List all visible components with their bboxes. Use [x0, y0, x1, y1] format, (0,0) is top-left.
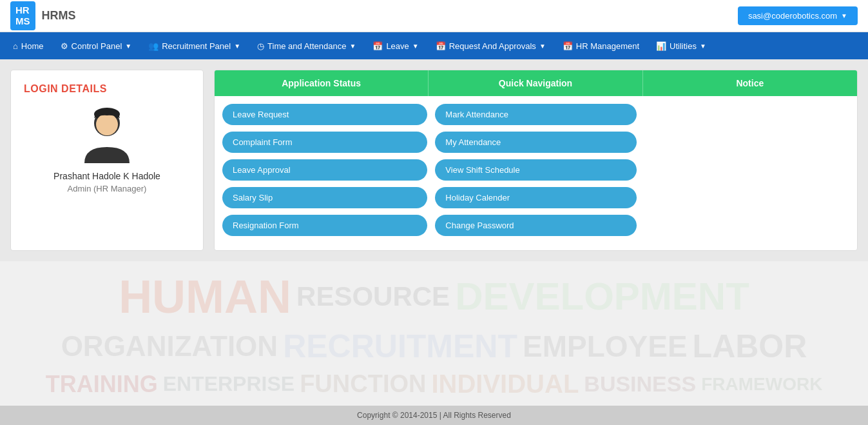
change-password-btn[interactable]: Change Password: [435, 215, 636, 236]
panel-header-row: Application Status Quick Navigation Noti…: [215, 70, 857, 96]
holiday-calender-btn[interactable]: Holiday Calender: [435, 187, 636, 208]
login-title: LOGIN DETAILS: [24, 83, 107, 95]
panel-body: Leave Request Complaint Form Leave Appro…: [215, 96, 857, 250]
wordcloud-word: ORGANIZATION: [59, 328, 281, 365]
nav-control-panel[interactable]: ⚙ Control Panel ▼: [53, 32, 140, 59]
logo: HRMS: [10, 1, 35, 30]
my-attendance-btn[interactable]: My Attendance: [435, 132, 636, 153]
wordcloud-word: INDIVIDUAL: [429, 367, 581, 400]
caret-icon-5: ▼: [539, 43, 546, 50]
approvals-icon: 📅: [436, 41, 446, 51]
top-header: HRMS HRMS sasi@coderobotics.com: [0, 0, 868, 32]
nav-time-attendance[interactable]: ◷ Time and Attendance ▼: [249, 32, 363, 59]
wordcloud-word: FRAMEWORK: [699, 372, 825, 397]
wordcloud-word: ENTERPRISE: [160, 370, 297, 397]
nav-leave[interactable]: 📅 Leave ▼: [365, 32, 426, 59]
wordcloud-word: RESOURCE: [294, 279, 452, 314]
caret-icon-2: ▼: [234, 43, 240, 50]
nav-home[interactable]: ⌂ Home: [5, 32, 52, 59]
caret-icon: ▼: [125, 43, 131, 50]
wordcloud-word: BUSINESS: [581, 370, 699, 399]
caret-icon-6: ▼: [700, 43, 706, 50]
caret-icon-3: ▼: [349, 43, 356, 50]
user-role: Admin (HR Manager): [68, 184, 147, 193]
footer-text: Copyright © 2014-2015 | All Rights Reser…: [357, 411, 511, 420]
wordcloud-background: HUMANRESOURCEDEVELOPMENTORGANIZATIONRECR…: [0, 261, 868, 425]
user-name: Prashant Hadole K Hadole: [53, 171, 160, 181]
dashboard-panel: Application Status Quick Navigation Noti…: [214, 70, 858, 251]
login-card: LOGIN DETAILS Prashant Hadole K Hadole A…: [10, 70, 204, 251]
col-header-quick-navigation: Quick Navigation: [429, 70, 642, 96]
notice-col: [641, 104, 849, 242]
col-header-application-status: Application Status: [215, 70, 429, 96]
recruitment-icon: 👥: [148, 41, 159, 51]
caret-icon-4: ▼: [412, 43, 419, 50]
svg-point-2: [96, 114, 118, 135]
wordcloud-word: FUNCTION: [297, 368, 429, 400]
utilities-icon: 📊: [656, 41, 666, 51]
avatar: [78, 105, 136, 163]
footer: Copyright © 2014-2015 | All Rights Reser…: [0, 406, 868, 425]
user-dropdown-button[interactable]: sasi@coderobotics.com: [738, 6, 858, 25]
main-content: LOGIN DETAILS Prashant Hadole K Hadole A…: [0, 59, 868, 261]
hr-icon: 📅: [563, 41, 573, 51]
gear-icon: ⚙: [61, 41, 68, 51]
navbar: ⌂ Home ⚙ Control Panel ▼ 👥 Recruitment P…: [0, 32, 868, 59]
wordcloud-word: DEVELOPMENT: [452, 272, 752, 321]
leave-approval-btn[interactable]: Leave Approval: [222, 159, 427, 181]
calendar-icon: 📅: [372, 41, 383, 51]
resignation-form-btn[interactable]: Resignation Form: [222, 215, 427, 236]
application-status-col: Leave Request Complaint Form Leave Appro…: [222, 104, 431, 242]
mark-attendance-btn[interactable]: Mark Attendance: [435, 104, 636, 125]
view-shift-schedule-btn[interactable]: View Shift Schedule: [435, 159, 636, 181]
nav-hr-management[interactable]: 📅 HR Management: [555, 32, 647, 59]
leave-request-btn[interactable]: Leave Request: [222, 104, 427, 125]
app-title: HRMS: [42, 9, 76, 23]
wordcloud-inner: HUMANRESOURCEDEVELOPMENTORGANIZATIONRECR…: [0, 261, 868, 425]
nav-recruitment[interactable]: 👥 Recruitment Panel ▼: [140, 32, 248, 59]
quick-navigation-col: Mark Attendance My Attendance View Shift…: [431, 104, 640, 242]
wordcloud-word: LABOR: [690, 326, 810, 367]
nav-request-approvals[interactable]: 📅 Request And Approvals ▼: [428, 32, 554, 59]
col-header-notice: Notice: [643, 70, 857, 96]
nav-utilities[interactable]: 📊 Utilities ▼: [648, 32, 714, 59]
home-icon: ⌂: [13, 41, 18, 51]
wordcloud-word: EMPLOYEE: [520, 328, 690, 366]
salary-slip-btn[interactable]: Salary Slip: [222, 187, 427, 208]
clock-icon: ◷: [257, 41, 264, 51]
wordcloud-word: RECRUITMENT: [280, 326, 520, 367]
wordcloud-word: HUMAN: [116, 268, 294, 326]
wordcloud-word: TRAINING: [43, 369, 160, 399]
complaint-form-btn[interactable]: Complaint Form: [222, 132, 427, 153]
